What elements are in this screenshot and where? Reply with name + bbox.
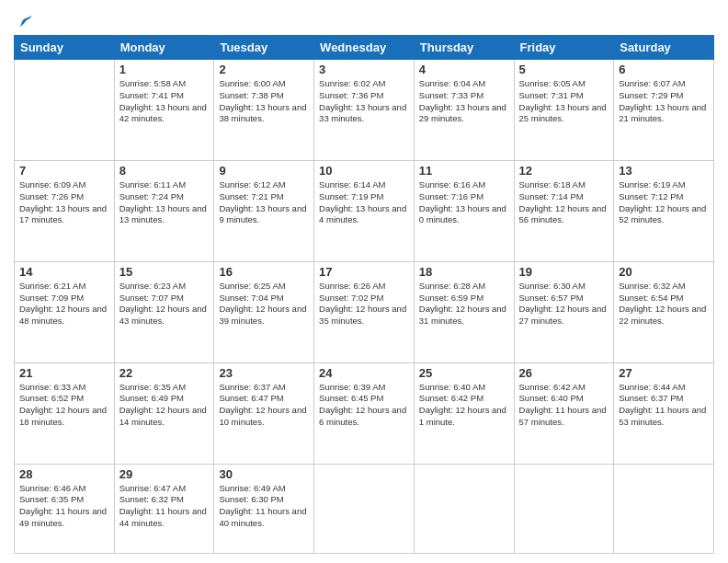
calendar-cell: 19Sunrise: 6:30 AM Sunset: 6:57 PM Dayli… — [514, 261, 614, 362]
calendar-week-row: 1Sunrise: 5:58 AM Sunset: 7:41 PM Daylig… — [15, 60, 714, 161]
day-info: Sunrise: 6:21 AM Sunset: 7:09 PM Dayligh… — [19, 281, 109, 327]
day-info: Sunrise: 6:02 AM Sunset: 7:36 PM Dayligh… — [319, 78, 409, 125]
day-number: 10 — [319, 164, 409, 178]
calendar-week-row: 14Sunrise: 6:21 AM Sunset: 7:09 PM Dayli… — [15, 261, 714, 362]
calendar-cell: 26Sunrise: 6:42 AM Sunset: 6:40 PM Dayli… — [514, 362, 614, 464]
page: SundayMondayTuesdayWednesdayThursdayFrid… — [0, 0, 728, 563]
day-info: Sunrise: 6:46 AM Sunset: 6:35 PM Dayligh… — [19, 483, 109, 530]
day-number: 3 — [319, 63, 409, 76]
day-number: 24 — [319, 366, 409, 380]
day-info: Sunrise: 6:47 AM Sunset: 6:32 PM Dayligh… — [119, 483, 210, 530]
day-info: Sunrise: 6:09 AM Sunset: 7:26 PM Dayligh… — [19, 179, 109, 226]
calendar-header-tuesday: Tuesday — [214, 36, 314, 60]
day-info: Sunrise: 6:16 AM Sunset: 7:16 PM Dayligh… — [419, 179, 509, 226]
day-number: 16 — [219, 265, 309, 279]
calendar-header-wednesday: Wednesday — [314, 36, 415, 60]
calendar-cell: 6Sunrise: 6:07 AM Sunset: 7:29 PM Daylig… — [614, 60, 714, 161]
logo — [14, 13, 34, 31]
day-number: 19 — [519, 265, 609, 279]
calendar-cell: 13Sunrise: 6:19 AM Sunset: 7:12 PM Dayli… — [614, 160, 714, 261]
day-info: Sunrise: 6:30 AM Sunset: 6:57 PM Dayligh… — [519, 281, 609, 327]
day-info: Sunrise: 6:39 AM Sunset: 6:45 PM Dayligh… — [319, 382, 409, 429]
calendar-cell: 1Sunrise: 5:58 AM Sunset: 7:41 PM Daylig… — [114, 60, 214, 161]
calendar-cell: 9Sunrise: 6:12 AM Sunset: 7:21 PM Daylig… — [214, 160, 314, 261]
day-number: 8 — [119, 164, 210, 178]
calendar-cell: 17Sunrise: 6:26 AM Sunset: 7:02 PM Dayli… — [314, 261, 415, 362]
day-number: 21 — [19, 366, 109, 380]
calendar-table: SundayMondayTuesdayWednesdayThursdayFrid… — [14, 35, 714, 554]
calendar-cell: 29Sunrise: 6:47 AM Sunset: 6:32 PM Dayli… — [114, 464, 214, 553]
calendar-header-friday: Friday — [514, 36, 614, 60]
day-number: 7 — [19, 164, 109, 178]
day-info: Sunrise: 6:33 AM Sunset: 6:52 PM Dayligh… — [19, 382, 109, 429]
day-number: 30 — [219, 467, 309, 481]
day-info: Sunrise: 6:04 AM Sunset: 7:33 PM Dayligh… — [419, 78, 509, 125]
day-number: 4 — [419, 63, 509, 76]
day-number: 15 — [119, 265, 210, 279]
day-info: Sunrise: 6:18 AM Sunset: 7:14 PM Dayligh… — [519, 179, 609, 226]
calendar-cell: 20Sunrise: 6:32 AM Sunset: 6:54 PM Dayli… — [614, 261, 714, 362]
day-info: Sunrise: 6:26 AM Sunset: 7:02 PM Dayligh… — [319, 281, 409, 327]
day-number: 13 — [619, 164, 709, 178]
calendar-cell: 25Sunrise: 6:40 AM Sunset: 6:42 PM Dayli… — [414, 362, 514, 464]
day-info: Sunrise: 6:19 AM Sunset: 7:12 PM Dayligh… — [619, 179, 709, 226]
calendar-header-monday: Monday — [114, 36, 214, 60]
calendar-header-sunday: Sunday — [15, 36, 115, 60]
day-info: Sunrise: 6:05 AM Sunset: 7:31 PM Dayligh… — [519, 78, 609, 125]
day-info: Sunrise: 6:14 AM Sunset: 7:19 PM Dayligh… — [319, 179, 409, 226]
day-number: 18 — [419, 265, 509, 279]
calendar-cell: 23Sunrise: 6:37 AM Sunset: 6:47 PM Dayli… — [214, 362, 314, 464]
day-info: Sunrise: 6:42 AM Sunset: 6:40 PM Dayligh… — [519, 382, 609, 429]
calendar-cell: 22Sunrise: 6:35 AM Sunset: 6:49 PM Dayli… — [114, 362, 214, 464]
header — [14, 9, 714, 31]
calendar-header-saturday: Saturday — [614, 36, 714, 60]
calendar-week-row: 7Sunrise: 6:09 AM Sunset: 7:26 PM Daylig… — [15, 160, 714, 261]
day-info: Sunrise: 6:00 AM Sunset: 7:38 PM Dayligh… — [219, 78, 309, 125]
day-number: 6 — [619, 63, 709, 76]
calendar-cell: 2Sunrise: 6:00 AM Sunset: 7:38 PM Daylig… — [214, 60, 314, 161]
day-info: Sunrise: 6:32 AM Sunset: 6:54 PM Dayligh… — [619, 281, 709, 327]
day-number: 28 — [19, 467, 109, 481]
calendar-cell: 30Sunrise: 6:49 AM Sunset: 6:30 PM Dayli… — [214, 464, 314, 553]
day-number: 1 — [119, 63, 210, 76]
day-number: 29 — [119, 467, 210, 481]
day-number: 17 — [319, 265, 409, 279]
day-info: Sunrise: 6:35 AM Sunset: 6:49 PM Dayligh… — [119, 382, 210, 429]
calendar-header-row: SundayMondayTuesdayWednesdayThursdayFrid… — [15, 36, 714, 60]
day-info: Sunrise: 6:23 AM Sunset: 7:07 PM Dayligh… — [119, 281, 210, 327]
day-info: Sunrise: 6:40 AM Sunset: 6:42 PM Dayligh… — [419, 382, 509, 429]
calendar-cell — [15, 60, 115, 161]
calendar-cell: 18Sunrise: 6:28 AM Sunset: 6:59 PM Dayli… — [414, 261, 514, 362]
calendar-header-thursday: Thursday — [414, 36, 514, 60]
calendar-cell: 4Sunrise: 6:04 AM Sunset: 7:33 PM Daylig… — [414, 60, 514, 161]
calendar-cell: 16Sunrise: 6:25 AM Sunset: 7:04 PM Dayli… — [214, 261, 314, 362]
calendar-cell: 28Sunrise: 6:46 AM Sunset: 6:35 PM Dayli… — [15, 464, 115, 553]
calendar-cell — [614, 464, 714, 553]
calendar-cell: 11Sunrise: 6:16 AM Sunset: 7:16 PM Dayli… — [414, 160, 514, 261]
day-number: 22 — [119, 366, 210, 380]
calendar-cell — [414, 464, 514, 553]
day-number: 12 — [519, 164, 609, 178]
calendar-week-row: 21Sunrise: 6:33 AM Sunset: 6:52 PM Dayli… — [15, 362, 714, 464]
day-info: Sunrise: 5:58 AM Sunset: 7:41 PM Dayligh… — [119, 78, 210, 125]
calendar-cell: 14Sunrise: 6:21 AM Sunset: 7:09 PM Dayli… — [15, 261, 115, 362]
day-number: 5 — [519, 63, 609, 76]
calendar-cell — [514, 464, 614, 553]
day-info: Sunrise: 6:07 AM Sunset: 7:29 PM Dayligh… — [619, 78, 709, 125]
calendar-cell: 5Sunrise: 6:05 AM Sunset: 7:31 PM Daylig… — [514, 60, 614, 161]
day-number: 11 — [419, 164, 509, 178]
calendar-cell: 3Sunrise: 6:02 AM Sunset: 7:36 PM Daylig… — [314, 60, 415, 161]
day-info: Sunrise: 6:44 AM Sunset: 6:37 PM Dayligh… — [619, 382, 709, 429]
day-info: Sunrise: 6:37 AM Sunset: 6:47 PM Dayligh… — [219, 382, 309, 429]
day-info: Sunrise: 6:12 AM Sunset: 7:21 PM Dayligh… — [219, 179, 309, 226]
logo-bird-icon — [16, 13, 34, 31]
day-number: 26 — [519, 366, 609, 380]
calendar-cell — [314, 464, 415, 553]
calendar-cell: 27Sunrise: 6:44 AM Sunset: 6:37 PM Dayli… — [614, 362, 714, 464]
day-number: 23 — [219, 366, 309, 380]
calendar-cell: 15Sunrise: 6:23 AM Sunset: 7:07 PM Dayli… — [114, 261, 214, 362]
day-number: 27 — [619, 366, 709, 380]
calendar-cell: 7Sunrise: 6:09 AM Sunset: 7:26 PM Daylig… — [15, 160, 115, 261]
day-info: Sunrise: 6:25 AM Sunset: 7:04 PM Dayligh… — [219, 281, 309, 327]
day-number: 25 — [419, 366, 509, 380]
